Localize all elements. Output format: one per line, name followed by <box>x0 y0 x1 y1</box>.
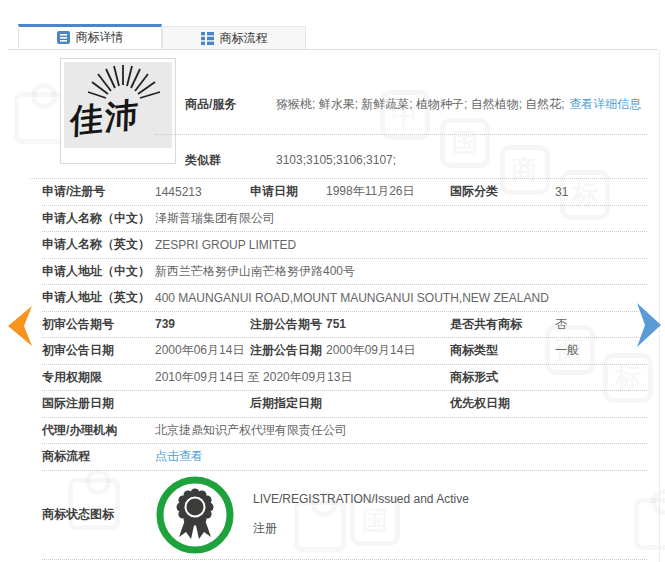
field-label: 商标类型 <box>450 342 555 359</box>
tab-label: 商标详情 <box>76 29 124 46</box>
similar-group-value: 3103;3105;3106;3107; <box>276 153 396 167</box>
field-value: 400 MAUNGANUI ROAD,MOUNT MAUNGANUI SOUTH… <box>155 291 647 305</box>
table-row: 申请人地址（英文） 400 MAUNGANUI ROAD,MOUNT MAUNG… <box>42 285 647 312</box>
field-value: 2010年09月14日 至 2020年09月13日 <box>155 369 450 386</box>
field-label: 代理/办理机构 <box>42 422 155 439</box>
document-icon <box>57 31 70 44</box>
table-row: 国际注册日期 后期指定日期 优先权日期 <box>42 391 647 418</box>
table-row: 初审公告日期 2000年06月14日 注册公告日期 2000年09月14日 商标… <box>42 338 647 365</box>
table-row: 申请人地址（中文） 新西兰芒格努伊山南芒格努伊路400号 <box>42 259 647 286</box>
field-value: 751 <box>326 317 450 331</box>
status-icon-label: 商标状态图标 <box>42 506 143 523</box>
field-label: 后期指定日期 <box>250 395 326 412</box>
previous-arrow-button[interactable] <box>5 305 33 347</box>
field-label: 申请人地址（中文） <box>42 263 155 280</box>
trademark-image-canvas: 佳沛 <box>64 62 172 148</box>
field-value: 一般 <box>555 342 647 359</box>
table-row: 申请人名称（英文） ZESPRI GROUP LIMITED <box>42 232 647 259</box>
field-value: 31 <box>555 185 647 199</box>
trademark-logo-text: 佳沛 <box>69 92 140 145</box>
field-label: 商标流程 <box>42 448 155 465</box>
field-value: 否 <box>555 316 647 333</box>
field-value: 北京捷鼎知识产权代理有限责任公司 <box>155 422 647 439</box>
dotted-divider <box>155 134 647 135</box>
field-value: 2000年06月14日 <box>155 342 250 359</box>
table-row: 申请/注册号 1445213 申请日期 1998年11月26日 国际分类 31 <box>42 179 647 206</box>
field-value: 1998年11月26日 <box>326 183 450 200</box>
field-label: 申请人名称（英文） <box>42 236 155 253</box>
field-label: 国际分类 <box>450 183 555 200</box>
field-value: 1445213 <box>155 185 250 199</box>
click-to-view-link[interactable]: 点击查看 <box>155 449 203 463</box>
status-line1: LIVE/REGISTRATION/Issued and Active <box>253 492 469 506</box>
field-label: 初审公告期号 <box>42 316 155 333</box>
tabs-bar: 商标详情 商标流程 <box>18 24 306 49</box>
table-row: 代理/办理机构 北京捷鼎知识产权代理有限责任公司 <box>42 418 647 445</box>
field-value: 2000年09月14日 <box>326 342 450 359</box>
goods-services-label: 商品/服务 <box>185 96 276 113</box>
list-icon <box>201 32 214 45</box>
trademark-detail-page: 中 国 商 标 商 标 国 商标详情 商标流程 <box>0 0 665 562</box>
goods-services-row: 商品/服务猕猴桃; 鲜水果; 新鲜蔬菜; 植物种子; 自然植物; 自然花; 查看… <box>185 94 641 113</box>
field-value: ZESPRI GROUP LIMITED <box>155 238 647 252</box>
field-label: 国际注册日期 <box>42 395 155 412</box>
tab-trademark-detail[interactable]: 商标详情 <box>18 24 162 48</box>
goods-services-value: 猕猴桃; 鲜水果; 新鲜蔬菜; 植物种子; 自然植物; 自然花; <box>276 97 565 111</box>
field-value: 739 <box>155 317 250 331</box>
trademark-image: 佳沛 <box>60 58 176 164</box>
field-label: 申请日期 <box>250 183 326 200</box>
status-line2: 注册 <box>253 520 469 537</box>
status-row: 商标状态图标 LIVE/REGISTRATION/Issued and <box>42 471 647 560</box>
field-label: 初审公告日期 <box>42 342 155 359</box>
field-label: 申请/注册号 <box>42 183 155 200</box>
table-row: 商标流程 点击查看 <box>42 444 647 471</box>
tab-trademark-process[interactable]: 商标流程 <box>162 26 306 49</box>
field-label: 申请人地址（英文） <box>42 289 155 306</box>
field-value: 泽斯普瑞集团有限公司 <box>155 210 647 227</box>
field-label: 是否共有商标 <box>450 316 555 333</box>
field-value: 新西兰芒格努伊山南芒格努伊路400号 <box>155 263 647 280</box>
field-label: 优先权日期 <box>450 395 555 412</box>
detail-panel: 佳沛 商品/服务猕猴桃; 鲜水果; 新鲜蔬菜; 植物种子; 自然植物; 自然花;… <box>30 50 647 560</box>
field-label: 注册公告期号 <box>250 316 326 333</box>
field-label: 申请人名称（中文） <box>42 210 155 227</box>
table-row: 初审公告期号 739 注册公告期号 751 是否共有商标 否 <box>42 312 647 339</box>
view-details-link[interactable]: 查看详细信息 <box>569 97 641 111</box>
similar-group-row: 类似群3103;3105;3106;3107; <box>185 150 396 169</box>
similar-group-label: 类似群 <box>185 152 276 169</box>
field-label: 商标形式 <box>450 369 555 386</box>
field-label: 专用权期限 <box>42 369 155 386</box>
table-row: 专用权期限 2010年09月14日 至 2020年09月13日 商标形式 <box>42 365 647 392</box>
field-label: 注册公告日期 <box>250 342 326 359</box>
registered-badge-icon <box>155 475 235 555</box>
status-text: LIVE/REGISTRATION/Issued and Active 注册 <box>253 492 469 537</box>
table-row: 申请人名称（中文） 泽斯普瑞集团有限公司 <box>42 206 647 233</box>
top-section: 佳沛 商品/服务猕猴桃; 鲜水果; 新鲜蔬菜; 植物种子; 自然植物; 自然花;… <box>30 50 647 179</box>
tab-label: 商标流程 <box>220 30 268 47</box>
next-arrow-button[interactable] <box>636 302 664 348</box>
